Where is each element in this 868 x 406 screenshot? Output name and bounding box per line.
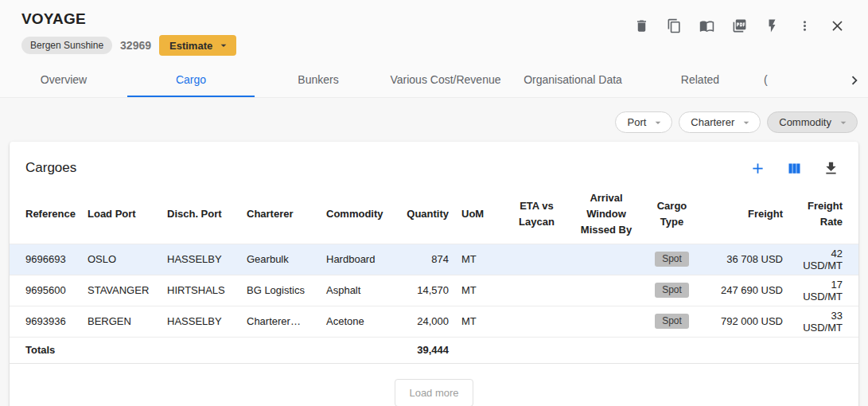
estimate-label: Estimate [169,40,212,52]
cell-freight-rate: 42 USD/MT [789,244,858,275]
tab-related[interactable]: Related [636,64,764,97]
filter-commodity[interactable]: Commodity [767,111,858,133]
filter-charterer[interactable]: Charterer [679,111,761,133]
cell-freight-rate: 17 USD/MT [789,275,858,306]
cell-commodity: Acetone [320,306,395,337]
tab-overview[interactable]: Overview [0,64,127,97]
card-actions [747,158,841,178]
estimate-button[interactable]: Estimate [159,35,236,56]
plus-icon [749,160,766,177]
cell-charterer: Gearbulk [240,244,320,275]
totals-empty-cell [161,337,240,363]
pdf-export-button[interactable] [729,15,749,36]
tabs-scroll-right-button[interactable] [841,64,868,97]
cell-disch-port: HASSELBY [161,306,240,337]
column-header-arrival-window-missed-by[interactable]: Arrival Window Missed By [570,185,642,244]
filter-label: Commodity [779,116,831,128]
totals-empty-cell [789,337,858,363]
tab-partial[interactable]: ( [764,64,791,97]
cargo-type-badge: Spot [655,252,689,267]
cell-load-port: BERGEN [81,306,161,337]
compare-button[interactable] [696,15,717,36]
cell-charterer: BG Logistics [240,275,320,306]
close-icon [829,18,846,34]
lightning-icon [765,18,780,33]
totals-empty-cell [240,337,320,363]
delete-button[interactable] [631,15,652,36]
totals-empty-cell [320,337,395,363]
chevron-down-icon [652,116,664,129]
totals-empty-cell [702,337,789,363]
cell-arrival-window-missed-by [570,244,642,275]
column-header-disch-port[interactable]: Disch. Port [161,185,240,244]
cargo-row[interactable]: 9696693OSLOHASSELBYGearbulkHardboard874M… [10,244,858,275]
cell-disch-port: HASSELBY [161,244,240,275]
add-cargo-button[interactable] [747,158,768,178]
cell-uom: MT [455,275,503,306]
header-left: VOYAGE Bergen Sunshine 32969 Estimate [21,10,236,56]
columns-button[interactable] [784,158,804,178]
totals-empty-cell [642,337,702,363]
column-header-freight[interactable]: Freight [702,185,789,244]
cargo-row[interactable]: 9695600STAVANGERHIRTSHALSBG LogisticsAsp… [10,275,858,306]
more-options-button[interactable] [794,15,815,36]
totals-empty-cell [570,337,642,363]
column-header-freight-rate[interactable]: Freight Rate [789,185,858,244]
card-title: Cargoes [25,160,76,176]
column-header-uom[interactable]: UoM [455,185,503,244]
voyage-window: VOYAGE Bergen Sunshine 32969 Estimate [0,0,868,406]
tab-organisational-data[interactable]: Organisational Data [509,64,636,97]
chevron-down-icon [837,116,850,129]
column-header-commodity[interactable]: Commodity [320,185,395,244]
voyage-number: 32969 [120,39,151,52]
cell-cargo-type: Spot [642,244,702,275]
totals-empty-cell [455,337,503,363]
cell-quantity: 874 [395,244,455,275]
vessel-chip[interactable]: Bergen Sunshine [21,37,112,54]
column-header-load-port[interactable]: Load Port [81,185,161,244]
cell-cargo-type: Spot [642,306,702,337]
load-more-container: Load more [10,364,858,406]
cargo-type-badge: Spot [655,314,689,330]
column-header-quantity[interactable]: Quantity [395,185,455,244]
totals-label: Totals [10,337,81,363]
download-button[interactable] [820,158,841,178]
chevron-right-icon [846,72,863,89]
cell-eta-vs-laycan [503,306,570,337]
pdf-icon [732,18,747,33]
cell-freight: 36 708 USD [702,244,789,275]
totals-empty-cell [81,337,161,363]
filter-port[interactable]: Port [615,111,672,133]
tab-bunkers[interactable]: Bunkers [255,64,382,97]
duplicate-button[interactable] [664,15,684,36]
cell-commodity: Hardboard [320,244,395,275]
cell-eta-vs-laycan [503,244,570,275]
column-header-cargo-type[interactable]: Cargo Type [642,185,702,244]
cargo-row[interactable]: 9693936BERGENHASSELBYCharterer…Acetone24… [10,306,858,337]
copy-icon [667,18,682,33]
cell-reference: 9693936 [10,306,81,337]
voyage-subrow: Bergen Sunshine 32969 Estimate [21,35,236,56]
column-header-reference[interactable]: Reference [10,185,81,244]
quick-actions-button[interactable] [761,15,782,36]
tab-various-cost-revenue[interactable]: Various Cost/Revenue [382,64,509,97]
load-more-button[interactable]: Load more [395,379,473,406]
filter-label: Port [627,116,646,128]
cargoes-table: ReferenceLoad PortDisch. PortChartererCo… [10,185,858,364]
cell-cargo-type: Spot [642,275,702,306]
totals-quantity: 39,444 [395,337,455,363]
cell-load-port: STAVANGER [81,275,161,306]
cell-uom: MT [455,306,503,337]
cell-freight: 792 000 USD [702,306,789,337]
trash-icon [634,18,649,33]
column-header-eta-vs-laycan[interactable]: ETA vs Laycan [503,185,570,244]
cell-freight-rate: 33 USD/MT [789,306,858,337]
cell-disch-port: HIRTSHALS [161,275,240,306]
cell-quantity: 14,570 [395,275,455,306]
cell-load-port: OSLO [81,244,161,275]
tab-cargo[interactable]: Cargo [127,64,255,97]
download-icon [823,160,839,177]
totals-row: Totals39,444 [10,337,858,363]
close-button[interactable] [827,15,847,36]
column-header-charterer[interactable]: Charterer [240,185,320,244]
